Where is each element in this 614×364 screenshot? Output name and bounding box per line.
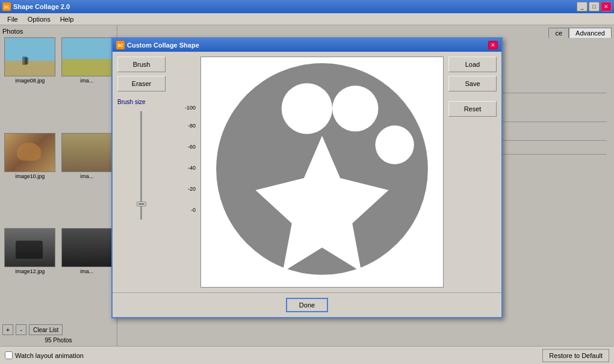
close-button[interactable]: ✕ [601,2,612,11]
custom-shape-dialog: SC Custom Collage Shape ✕ Brush Eraser B… [111,37,503,318]
window-controls[interactable]: _ □ ✕ [577,2,612,11]
dialog-title-bar: SC Custom Collage Shape ✕ [113,39,501,52]
scale-mark-20: -20 [188,187,196,192]
svg-point-6 [375,126,414,164]
dialog-right-panel: Load Save Reset [448,57,497,288]
app-title: Shape Collage 2.0 [13,3,577,10]
menu-bar: File Options Help [0,13,614,25]
restore-default-button[interactable]: Restore to Default [542,349,609,362]
brush-size-container: -100 -80 -60 -40 -20 -0 [117,105,196,226]
brush-size-section: Brush size -100 -80 -60 -40 -20 -0 [117,99,196,226]
dialog-content: Brush Eraser Brush size -100 -80 -60 -40… [113,52,501,292]
done-button[interactable]: Done [286,298,328,312]
menu-file[interactable]: File [2,14,23,24]
bottom-bar: Watch layout animation Restore to Defaul… [0,346,614,364]
watch-animation-row: Watch layout animation [5,351,84,359]
scale-mark-40: -40 [188,165,196,171]
watch-animation-label: Watch layout animation [15,352,84,359]
title-bar: SC Shape Collage 2.0 _ □ ✕ [0,0,614,13]
watch-animation-checkbox[interactable] [5,351,13,359]
load-button[interactable]: Load [448,57,497,72]
scale-mark-0: -0 [191,208,196,213]
menu-help[interactable]: Help [55,14,79,24]
drawing-canvas[interactable] [200,57,444,288]
brush-size-slider[interactable] [137,202,146,206]
save-button[interactable]: Save [448,76,497,91]
app-icon: SC [2,2,11,11]
brush-button[interactable]: Brush [117,57,166,72]
brush-size-scale: -100 -80 -60 -40 -20 -0 [117,105,196,226]
dialog-title: Custom Collage Shape [127,42,488,49]
dialog-left-panel: Brush Eraser Brush size -100 -80 -60 -40… [117,57,196,288]
scale-mark-60: -60 [188,144,196,150]
svg-point-4 [282,83,332,134]
eraser-button[interactable]: Eraser [117,76,166,91]
svg-point-5 [332,85,378,131]
minimize-button[interactable]: _ [577,2,588,11]
brush-size-slider-container [135,105,147,226]
brush-size-label: Brush size [117,99,196,105]
maximize-button[interactable]: □ [589,2,600,11]
dialog-footer: Done [113,292,501,317]
main-area: Photos image08.jpg ima... image10.jpg [0,25,614,346]
shape-svg [201,57,443,287]
dialog-close-button[interactable]: ✕ [488,41,498,49]
reset-button[interactable]: Reset [448,101,497,117]
menu-options[interactable]: Options [23,14,55,24]
scale-mark-80: -80 [188,123,196,129]
scale-mark-100: -100 [185,105,196,111]
modal-overlay: SC Custom Collage Shape ✕ Brush Eraser B… [0,25,614,346]
dialog-icon: SC [116,41,125,49]
